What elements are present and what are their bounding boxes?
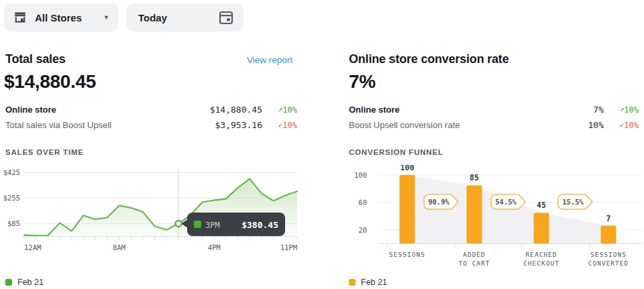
svg-text:7: 7 <box>606 214 611 223</box>
metric-label: Total sales via Boost Upsell <box>5 120 215 130</box>
svg-text:4PM: 4PM <box>208 243 221 251</box>
svg-text:15.5%: 15.5% <box>562 198 584 206</box>
trend-down-arrow-icon: ↙ <box>278 120 283 129</box>
svg-text:11PM: 11PM <box>280 243 297 251</box>
metric-value: 10% <box>588 120 604 130</box>
metric-row-boost-upsell-rate: Boost Upsell conversion rate 10% ↙10% <box>349 120 639 130</box>
trend-down-arrow-icon: ↙ <box>620 120 625 129</box>
metric-row-online-store-sales: Online store $14,880.45 ↗10% <box>5 105 297 115</box>
analytics-dashboard: All Stores ▼ Today Total sales View repo… <box>0 0 644 289</box>
total-sales-value: $14,880.45 <box>4 71 96 93</box>
metric-value: 7% <box>593 105 604 115</box>
funnel-category-label: ADDEDTO CART <box>437 250 511 268</box>
trend-up-arrow-icon: ↗ <box>620 105 625 113</box>
sales-over-time-heading: SALES OVER TIME <box>5 148 84 156</box>
svg-text:$255: $255 <box>3 194 20 202</box>
svg-text:$425: $425 <box>3 168 20 176</box>
calendar-icon <box>218 9 234 25</box>
conversion-rate-title: Online store conversion rate <box>349 52 508 66</box>
storefront-icon <box>13 11 27 24</box>
funnel-category-label: SESSIONS <box>370 250 444 259</box>
metric-change: ↙10% <box>604 121 639 130</box>
metric-change: ↙10% <box>262 121 297 130</box>
svg-text:100: 100 <box>400 165 415 172</box>
svg-text:54.5%: 54.5% <box>495 198 517 206</box>
metric-value: $14,880.45 <box>210 105 262 115</box>
funnel-category-label: REACHEDCHECKOUT <box>504 250 578 268</box>
svg-text:12AM: 12AM <box>24 243 41 251</box>
funnel-legend-label: Feb 21 <box>361 278 387 287</box>
funnel-category-labels: SESSIONSADDEDTO CARTREACHEDCHECKOUTSESSI… <box>349 250 639 270</box>
conversion-funnel-heading: CONVERSION FUNNEL <box>349 148 443 156</box>
svg-text:$85: $85 <box>7 219 20 227</box>
trend-up-arrow-icon: ↗ <box>278 105 283 113</box>
metric-row-boost-upsell-sales: Total sales via Boost Upsell $3,953.16 ↙… <box>5 120 297 130</box>
funnel-legend: Feb 21 <box>349 278 387 287</box>
svg-text:100: 100 <box>354 171 367 179</box>
metric-change: ↗10% <box>262 105 297 115</box>
svg-text:$380.45: $380.45 <box>241 220 278 230</box>
conversion-rate-value: 7% <box>349 71 376 93</box>
metric-change: ↗10% <box>604 105 639 115</box>
svg-text:85: 85 <box>470 173 479 182</box>
date-selector-button[interactable]: Today <box>126 3 244 32</box>
metric-label: Boost Upsell conversion rate <box>349 120 588 130</box>
metric-value: $3,953.16 <box>215 120 262 130</box>
chevron-down-icon: ▼ <box>103 14 109 21</box>
conversion-funnel-chart[interactable]: 20601001008545790.9%54.5%15.5% <box>349 165 644 249</box>
svg-text:3PM: 3PM <box>205 221 220 230</box>
store-selector-button[interactable]: All Stores ▼ <box>4 3 119 32</box>
metric-label: Online store <box>5 105 210 115</box>
sales-legend: Feb 21 <box>5 278 44 287</box>
svg-text:20: 20 <box>358 226 367 234</box>
orange-legend-swatch-icon <box>349 279 356 286</box>
sales-over-time-chart[interactable]: $85$255$42512AM8AM4PM11PM3PM$380.45 <box>0 165 301 257</box>
total-sales-title: Total sales <box>5 52 66 66</box>
date-selector-label: Today <box>138 12 167 23</box>
svg-text:45: 45 <box>537 200 546 210</box>
funnel-category-label: SESSIONSCONVERTED <box>572 250 644 268</box>
store-selector-label: All Stores <box>35 12 82 23</box>
green-legend-swatch-icon <box>5 279 12 286</box>
svg-text:90.9%: 90.9% <box>428 198 449 206</box>
sales-legend-label: Feb 21 <box>17 278 44 287</box>
metric-row-online-store-rate: Online store 7% ↗10% <box>349 105 639 115</box>
metric-label: Online store <box>349 105 593 115</box>
svg-text:60: 60 <box>358 198 367 207</box>
view-report-link[interactable]: View report <box>247 55 292 65</box>
svg-text:8AM: 8AM <box>113 243 125 251</box>
